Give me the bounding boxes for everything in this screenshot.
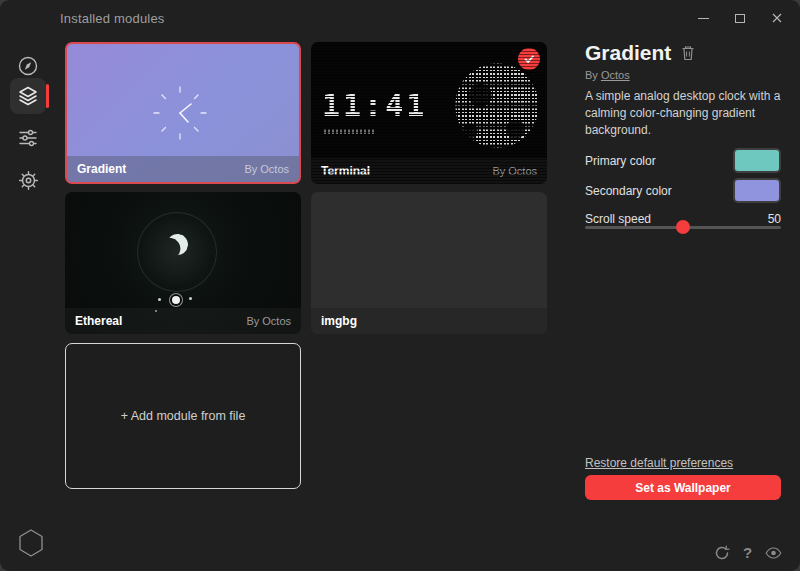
sidebar-item-installed-modules[interactable]	[10, 78, 46, 114]
restore-defaults-link[interactable]: Restore default preferences	[585, 456, 733, 470]
gear-icon	[17, 169, 40, 192]
hexagon-logo-icon	[17, 528, 45, 558]
card-label-bar: imgbg	[311, 308, 547, 334]
primary-color-label: Primary color	[585, 154, 656, 168]
refresh-icon	[714, 545, 730, 561]
module-name: imgbg	[321, 314, 357, 328]
secondary-color-swatch[interactable]	[733, 178, 781, 203]
module-byline: By Octos	[585, 69, 630, 81]
star-dot	[158, 298, 161, 301]
sidebar-item-preferences[interactable]	[10, 120, 46, 156]
maximize-button[interactable]	[722, 3, 758, 33]
module-author: By Octos	[246, 315, 291, 327]
card-label-bar: Ethereal By Octos	[65, 308, 301, 334]
help-icon: ?	[743, 544, 752, 561]
card-label-bar: Terminal By Octos	[311, 158, 547, 184]
check-icon	[523, 53, 535, 65]
terminal-clock-preview: 11:41	[322, 88, 442, 123]
add-module-card[interactable]: + Add module from file	[65, 343, 301, 489]
layers-icon	[16, 84, 40, 108]
eye-icon	[765, 546, 782, 560]
window-title: Installed modules	[60, 11, 165, 26]
sliders-icon	[16, 126, 40, 150]
help-button[interactable]: ?	[739, 544, 756, 561]
close-button[interactable]	[759, 3, 795, 33]
planet-dot	[172, 296, 180, 304]
footer-toolbar: ?	[713, 544, 782, 561]
titlebar[interactable]: Installed modules	[0, 0, 800, 36]
module-name: Ethereal	[75, 314, 122, 328]
module-author: By Octos	[244, 163, 289, 175]
slider-thumb[interactable]	[676, 220, 690, 234]
app-window: Installed modules	[0, 0, 800, 571]
card-label-bar: Gradient By Octos	[67, 156, 299, 182]
module-author: By Octos	[492, 165, 537, 177]
star-dot	[189, 297, 192, 300]
sidebar	[0, 36, 56, 531]
module-card-imgbg[interactable]: imgbg	[311, 192, 547, 334]
sidebar-active-indicator	[46, 84, 49, 108]
author-link[interactable]: Octos	[601, 69, 630, 81]
refresh-button[interactable]	[713, 544, 730, 561]
module-card-terminal[interactable]: 11:41 Terminal By Octos	[311, 42, 547, 184]
module-name: Gradient	[77, 162, 126, 176]
scroll-speed-slider[interactable]	[585, 219, 781, 235]
module-name: Terminal	[321, 164, 370, 178]
ascii-globe-preview	[455, 63, 539, 148]
terminal-date-caption	[324, 129, 376, 134]
minimize-icon	[698, 18, 709, 19]
add-module-label: + Add module from file	[121, 409, 246, 423]
module-card-gradient[interactable]: Gradient By Octos	[65, 42, 301, 184]
set-wallpaper-button[interactable]: Set as Wallpaper	[585, 475, 781, 500]
minimize-button[interactable]	[685, 3, 721, 33]
compass-icon	[16, 54, 40, 78]
active-wallpaper-badge	[518, 48, 540, 70]
module-details-panel: Gradient By Octos A simple analog deskto…	[585, 36, 781, 535]
close-icon	[771, 12, 783, 24]
app-logo	[17, 528, 45, 562]
analog-clock-preview	[151, 84, 209, 142]
module-title: Gradient	[585, 41, 671, 65]
module-card-ethereal[interactable]: Ethereal By Octos	[65, 192, 301, 334]
primary-color-swatch[interactable]	[733, 148, 781, 173]
sidebar-item-settings[interactable]	[10, 162, 46, 198]
preview-button[interactable]	[765, 544, 782, 561]
module-description: A simple analog desktop clock with a cal…	[585, 88, 781, 139]
secondary-color-label: Secondary color	[585, 184, 672, 198]
maximize-icon	[735, 14, 745, 23]
trash-icon[interactable]	[681, 45, 695, 61]
